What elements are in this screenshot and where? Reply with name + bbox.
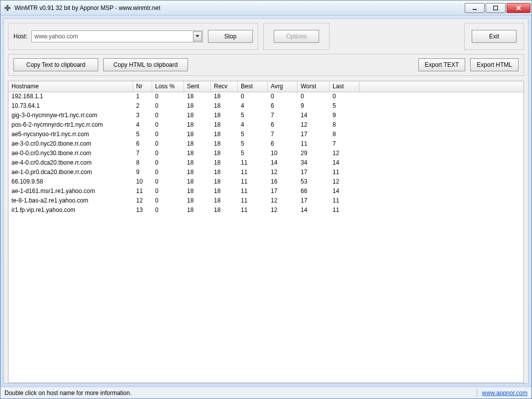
cell-nr: 4	[133, 121, 152, 130]
col-hostname[interactable]: Hostname	[8, 81, 133, 92]
stop-button[interactable]: Stop	[208, 30, 253, 43]
cell-worst: 29	[298, 149, 330, 159]
table-row[interactable]: ae-1-0.pr0.dca20.tbone.rr.com90181811121…	[8, 168, 524, 178]
cell-sent: 18	[184, 168, 211, 178]
exit-button[interactable]: Exit	[472, 30, 517, 43]
cell-worst: 17	[298, 130, 330, 140]
cell-loss: 0	[152, 149, 184, 159]
options-button[interactable]: Options	[274, 30, 319, 43]
cell-sent: 18	[184, 149, 211, 159]
listview-header: Hostname Nr Loss % Sent Recv Best Avrg W…	[8, 81, 524, 92]
cell-best: 0	[238, 92, 268, 102]
cell-best: 5	[238, 130, 268, 140]
table-row[interactable]: gig-3-0-nycmnyw-rtr1.nyc.rr.com301818571…	[8, 111, 524, 121]
table-row[interactable]: pos-6-2-nycmnyrdc-rtr1.nyc.rr.com4018184…	[8, 121, 524, 130]
col-fill	[359, 81, 524, 92]
cell-sent: 18	[184, 121, 211, 130]
cell-avrg: 6	[268, 140, 298, 149]
cell-loss: 0	[152, 159, 184, 168]
host-label: Host:	[13, 33, 27, 40]
cell-avrg: 12	[268, 206, 298, 215]
statusbar: Double click on host name for more infor…	[0, 387, 532, 399]
export-text-button[interactable]: Export TEXT	[418, 58, 465, 71]
cell-avrg: 17	[268, 187, 298, 197]
cell-nr: 12	[133, 197, 152, 206]
cell-nr: 7	[133, 149, 152, 159]
client-area: Host: Stop Options Exit Copy Text to cli…	[3, 18, 529, 384]
export-row: Copy Text to clipboard Copy HTML to clip…	[8, 54, 524, 76]
host-combo[interactable]	[31, 30, 203, 42]
col-avrg[interactable]: Avrg	[268, 81, 298, 92]
cell-sent: 18	[184, 111, 211, 121]
cell-recv: 18	[211, 130, 238, 140]
col-sent[interactable]: Sent	[184, 81, 211, 92]
table-row[interactable]: ae-4-0.cr0.dca20.tbone.rr.com80181811143…	[8, 159, 524, 168]
cell-sent: 18	[184, 159, 211, 168]
cell-best: 11	[238, 159, 268, 168]
cell-nr: 13	[133, 206, 152, 215]
cell-recv: 18	[211, 102, 238, 111]
cell-worst: 9	[298, 102, 330, 111]
results-listview[interactable]: Hostname Nr Loss % Sent Recv Best Avrg W…	[8, 81, 524, 383]
table-row[interactable]: ae-0-0.cr0.nyc30.tbone.rr.com70181851029…	[8, 149, 524, 159]
cell-avrg: 7	[268, 111, 298, 121]
export-group: Copy Text to clipboard Copy HTML to clip…	[8, 54, 524, 76]
cell-avrg: 7	[268, 130, 298, 140]
table-row[interactable]: ir1.fp.vip.re1.yahoo.com130181811121411	[8, 206, 524, 215]
window-controls	[464, 3, 531, 13]
cell-nr: 10	[133, 178, 152, 187]
cell-loss: 0	[152, 187, 184, 197]
col-loss[interactable]: Loss %	[152, 81, 184, 92]
cell-last: 14	[330, 187, 359, 197]
cell-recv: 18	[211, 92, 238, 102]
options-group: Options	[263, 23, 330, 50]
cell-last: 12	[330, 149, 359, 159]
svg-rect-3	[494, 6, 498, 10]
col-nr[interactable]: Nr	[133, 81, 152, 92]
cell-loss: 0	[152, 130, 184, 140]
exit-group: Exit	[464, 23, 524, 50]
close-button[interactable]	[507, 3, 531, 13]
cell-host: ae-1-0.pr0.dca20.tbone.rr.com	[8, 168, 133, 178]
cell-worst: 11	[298, 140, 330, 149]
svg-rect-1	[4, 7, 10, 9]
host-input[interactable]	[32, 31, 202, 42]
cell-worst: 66	[298, 187, 330, 197]
host-dropdown-button[interactable]	[193, 31, 202, 41]
table-row[interactable]: te-8-1.bas-a2.re1.yahoo.com1201818111217…	[8, 197, 524, 206]
cell-last: 8	[330, 130, 359, 140]
table-row[interactable]: 10.73.64.12018184695	[8, 102, 524, 111]
table-row[interactable]: ae-1-d161.msr1.re1.yahoo.com110181811176…	[8, 187, 524, 197]
cell-loss: 0	[152, 92, 184, 102]
col-best[interactable]: Best	[238, 81, 268, 92]
cell-recv: 18	[211, 178, 238, 187]
listview-body[interactable]: 192.168.1.1101818000010.73.64.1201818469…	[8, 92, 524, 383]
titlebar[interactable]: WinMTR v0.91 32 bit by Appnor MSP - www.…	[0, 0, 532, 15]
table-row[interactable]: 192.168.1.11018180000	[8, 92, 524, 102]
cell-best: 5	[238, 111, 268, 121]
table-row[interactable]: ae5-nycsnyoo-rtr1.nyc.rr.com50181857178	[8, 130, 524, 140]
cell-avrg: 10	[268, 149, 298, 159]
table-row[interactable]: ae-3-0.cr0.nyc20.tbone.rr.com60181856117	[8, 140, 524, 149]
cell-loss: 0	[152, 140, 184, 149]
cell-host: ae5-nycsnyoo-rtr1.nyc.rr.com	[8, 130, 133, 140]
cell-best: 11	[238, 206, 268, 215]
cell-nr: 8	[133, 159, 152, 168]
table-row[interactable]: 66.109.9.58100181811165312	[8, 178, 524, 187]
export-html-button[interactable]: Export HTML	[470, 58, 519, 71]
copy-text-button[interactable]: Copy Text to clipboard	[13, 58, 98, 71]
col-worst[interactable]: Worst	[298, 81, 330, 92]
cell-host: 66.109.9.58	[8, 178, 133, 187]
col-last[interactable]: Last	[330, 81, 359, 92]
copy-html-button[interactable]: Copy HTML to clipboard	[103, 58, 188, 71]
col-recv[interactable]: Recv	[211, 81, 238, 92]
cell-recv: 18	[211, 206, 238, 215]
cell-last: 5	[330, 102, 359, 111]
maximize-button[interactable]	[486, 3, 506, 13]
cell-last: 12	[330, 178, 359, 187]
cell-sent: 18	[184, 187, 211, 197]
minimize-button[interactable]	[465, 3, 485, 13]
status-link[interactable]: www.appnor.com	[482, 390, 528, 397]
cell-recv: 18	[211, 149, 238, 159]
app-icon	[3, 4, 11, 12]
